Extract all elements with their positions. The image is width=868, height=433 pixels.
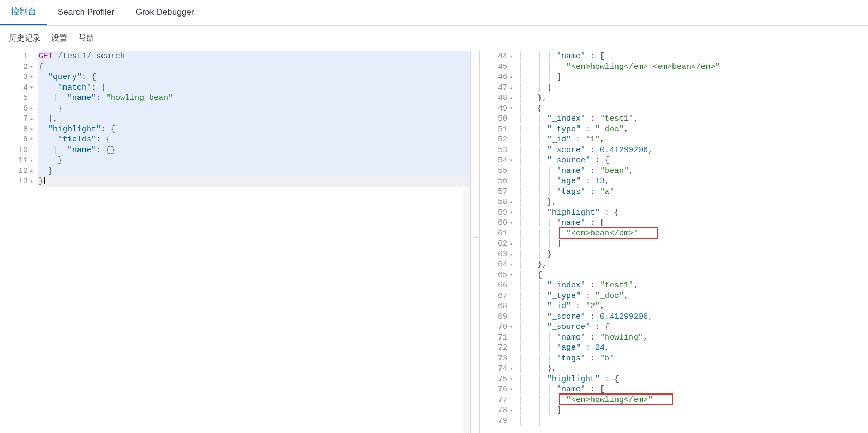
toolbar-settings[interactable]: 设置 xyxy=(51,33,67,43)
console-toolbar: 历史记录 设置 帮助 xyxy=(0,26,868,51)
response-code[interactable]: │ │ │ │ "name" : [│ │ │ │ "<em>howling</… xyxy=(511,51,868,433)
toolbar-history[interactable]: 历史记录 xyxy=(9,33,41,43)
line-number-gutter: 44▴4546▴47▴48▴49▾5051525354▾55565758▴59▾… xyxy=(480,51,511,433)
tab-console[interactable]: 控制台 xyxy=(0,0,47,25)
toolbar-help[interactable]: 帮助 xyxy=(78,33,94,43)
request-code[interactable]: GET /test1/_search{ "query": { "match": … xyxy=(31,51,470,433)
drag-handle-icon: ⋮ xyxy=(473,235,479,241)
tab-search-profiler[interactable]: Search Profiler xyxy=(47,0,125,25)
line-number-gutter: 12▾3▾4▾56▴7▴8▾9▾1011▴12▴13▴ xyxy=(0,51,31,433)
pane-resize-handle[interactable]: ⋮ xyxy=(470,51,480,433)
workbench: 12▾3▾4▾56▴7▴8▾9▾1011▴12▴13▴ GET /test1/_… xyxy=(0,51,868,433)
app-root: 控制台 Search Profiler Grok Debugger 历史记录 设… xyxy=(0,0,868,433)
request-editor[interactable]: 12▾3▾4▾56▴7▴8▾9▾1011▴12▴13▴ GET /test1/_… xyxy=(0,51,470,433)
dev-tools-tabs: 控制台 Search Profiler Grok Debugger xyxy=(0,0,868,26)
response-editor[interactable]: 44▴4546▴47▴48▴49▾5051525354▾55565758▴59▾… xyxy=(480,51,868,433)
tab-grok-debugger[interactable]: Grok Debugger xyxy=(125,0,205,25)
